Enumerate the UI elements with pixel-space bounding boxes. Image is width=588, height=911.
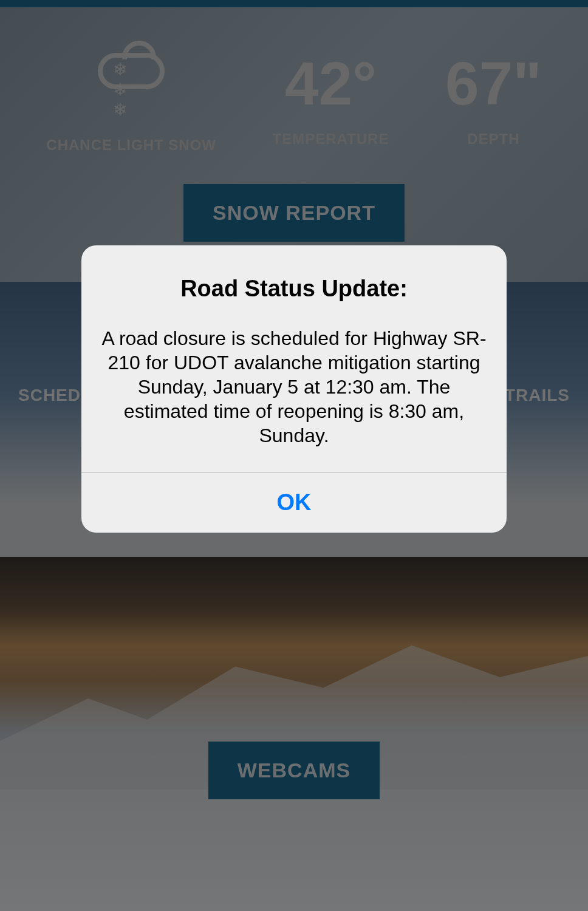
dialog-ok-button[interactable]: OK xyxy=(81,473,507,533)
alert-dialog: Road Status Update: A road closure is sc… xyxy=(81,245,507,533)
dialog-content: Road Status Update: A road closure is sc… xyxy=(81,245,507,472)
dialog-body: A road closure is scheduled for Highway … xyxy=(98,326,490,448)
dialog-title: Road Status Update: xyxy=(98,276,490,302)
